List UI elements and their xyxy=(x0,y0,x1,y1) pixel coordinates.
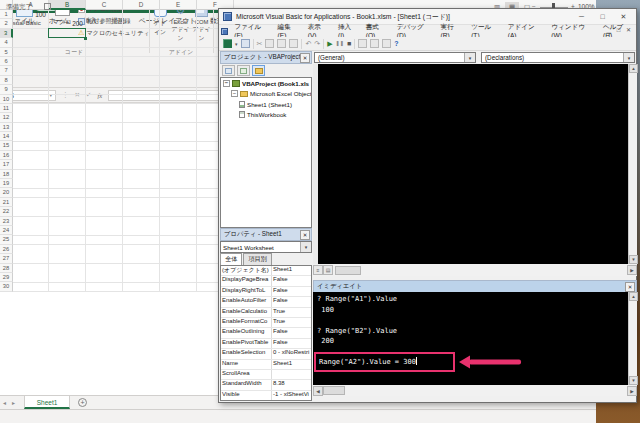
new-sheet-button[interactable]: + xyxy=(78,398,87,407)
property-row[interactable]: EnablePivotTableFalse xyxy=(221,339,311,349)
tree-item-2[interactable]: Sheet1 (Sheet1) xyxy=(221,99,311,110)
find-icon[interactable] xyxy=(289,39,298,48)
vba-redo-icon[interactable]: ↷ xyxy=(314,39,320,48)
imm-scroll-left-icon[interactable]: ◀ xyxy=(313,386,323,396)
immediate-close-icon[interactable]: ✕ xyxy=(625,282,635,292)
row-header-10[interactable]: 10 xyxy=(0,95,13,104)
imm-scroll-up-icon[interactable]: ▲ xyxy=(629,292,638,301)
fill-handle[interactable] xyxy=(84,37,87,40)
tab-categorized[interactable]: 項目別 xyxy=(243,253,272,265)
imm-scroll-down-icon[interactable]: ▼ xyxy=(629,376,638,385)
copy-icon[interactable] xyxy=(265,39,274,48)
tab-alphabetic[interactable]: 全体 xyxy=(220,253,242,265)
property-value[interactable]: False xyxy=(272,339,311,348)
property-row[interactable]: StandardWidth8.38 xyxy=(221,380,311,390)
property-row[interactable]: EnableCalculatioTrue xyxy=(221,308,311,318)
module-view-button[interactable]: ▤ xyxy=(323,265,333,275)
properties-window-icon[interactable] xyxy=(382,39,391,48)
property-value[interactable]: Sheet1 xyxy=(272,266,311,275)
sheet-nav-right-icon[interactable]: ▸ xyxy=(9,399,18,406)
project-close-icon[interactable]: ✕ xyxy=(300,53,310,63)
project-explorer-header[interactable]: プロジェクト - VBAProject ✕ xyxy=(220,51,312,64)
property-row[interactable]: (オブジェクト名)Sheet1 xyxy=(221,266,311,276)
row-header-9[interactable]: 9 xyxy=(0,85,13,94)
vba-save-icon[interactable] xyxy=(241,39,250,48)
immediate-input-line[interactable]: Range("A2").Value = 300 xyxy=(319,357,417,366)
code-hscroll-thumb[interactable] xyxy=(335,266,361,275)
vba-help-icon[interactable]: ? xyxy=(394,40,398,47)
properties-header[interactable]: プロパティ - Sheet1 ✕ xyxy=(220,228,312,241)
code-vscrollbar[interactable]: ▲ ▼ xyxy=(628,64,637,264)
row-header-4[interactable]: 4 xyxy=(0,38,13,47)
row-header-21[interactable]: 21 xyxy=(0,198,13,207)
property-row[interactable]: EnableOutliningFalse xyxy=(221,328,311,338)
row-header-11[interactable]: 11 xyxy=(0,104,13,113)
property-value[interactable]: 0 - xlNoRestri xyxy=(272,349,311,358)
sheet-tab-sheet1[interactable]: Sheet1 xyxy=(24,396,70,409)
property-value[interactable]: True xyxy=(272,318,311,327)
view-excel-icon[interactable] xyxy=(223,39,232,48)
vba-maximize-button[interactable]: □ xyxy=(592,10,613,23)
row-header-20[interactable]: 20 xyxy=(0,188,13,197)
tree-expander-icon[interactable]: − xyxy=(231,90,238,97)
row-header-15[interactable]: 15 xyxy=(0,141,13,150)
row-header-7[interactable]: 7 xyxy=(0,66,13,75)
property-row[interactable]: ScrollArea xyxy=(221,370,311,380)
view-object-button[interactable] xyxy=(237,65,250,76)
row-header-12[interactable]: 12 xyxy=(0,113,13,122)
property-row[interactable]: NameSheet1 xyxy=(221,360,311,370)
property-value[interactable]: False xyxy=(272,297,311,306)
property-value[interactable]: Sheet1 xyxy=(272,360,311,369)
accessibility-icon[interactable] xyxy=(44,3,51,10)
property-row[interactable]: Visible-1 - xlSheetVi xyxy=(221,391,311,401)
project-explorer-icon[interactable] xyxy=(370,39,379,48)
row-header-6[interactable]: 6 xyxy=(0,57,13,66)
properties-object-selector[interactable]: Sheet1 Worksheet ▾ xyxy=(220,241,312,253)
property-value[interactable] xyxy=(272,370,311,379)
column-header-E[interactable]: E xyxy=(160,0,197,10)
row-header-28[interactable]: 28 xyxy=(0,264,13,273)
row-header-17[interactable]: 17 xyxy=(0,160,13,169)
run-icon[interactable]: ▶ xyxy=(327,40,332,48)
cell-area[interactable]: 100200 xyxy=(13,10,234,292)
view-code-button[interactable] xyxy=(222,65,235,76)
imm-hscroll-thumb[interactable] xyxy=(323,386,345,395)
mdi-window-controls[interactable]: ▁ □ ✕ xyxy=(606,26,633,33)
row-header-24[interactable]: 24 xyxy=(0,226,13,235)
column-header-C[interactable]: C xyxy=(86,0,123,10)
row-header-8[interactable]: 8 xyxy=(0,76,13,85)
property-value[interactable]: 8.38 xyxy=(272,380,311,389)
code-scroll-right-icon[interactable]: ▶ xyxy=(627,265,637,275)
property-value[interactable]: False xyxy=(272,287,311,296)
toggle-folders-button[interactable] xyxy=(252,65,265,76)
immediate-vscrollbar[interactable]: ▲ ▼ xyxy=(628,292,637,385)
code-editor[interactable]: ▲ ▼ xyxy=(313,64,637,264)
sheet-nav-left-icon[interactable]: ◂ xyxy=(0,399,9,406)
column-header-D[interactable]: D xyxy=(123,0,160,10)
column-header-B[interactable]: B xyxy=(49,0,86,10)
selected-cell-B3[interactable] xyxy=(48,28,86,39)
scroll-down-icon[interactable]: ▼ xyxy=(629,255,638,264)
row-header-14[interactable]: 14 xyxy=(0,132,13,141)
property-value[interactable]: -1 - xlSheetVi xyxy=(272,391,311,400)
property-row[interactable]: DisplayRightToLFalse xyxy=(221,287,311,297)
paste-icon[interactable] xyxy=(277,39,286,48)
reset-icon[interactable]: ■ xyxy=(347,40,351,47)
tree-expander-icon[interactable]: − xyxy=(223,80,230,87)
property-value[interactable]: False xyxy=(272,328,311,337)
property-row[interactable]: EnableFormatCoTrue xyxy=(221,318,311,328)
properties-close-icon[interactable]: ✕ xyxy=(300,230,310,240)
object-combo[interactable]: (General) ▾ xyxy=(314,52,476,63)
scroll-up-icon[interactable]: ▲ xyxy=(629,64,638,73)
imm-scroll-right-icon[interactable]: ▶ xyxy=(627,386,637,396)
procedure-view-button[interactable]: ≡ xyxy=(313,265,323,275)
property-row[interactable]: EnableAutoFilterFalse xyxy=(221,297,311,307)
vba-undo-icon[interactable]: ↶ xyxy=(305,39,311,48)
row-header-29[interactable]: 29 xyxy=(0,273,13,282)
vba-minimize-button[interactable]: ─ xyxy=(571,10,592,23)
property-value[interactable]: False xyxy=(272,276,311,285)
immediate-window[interactable]: ? Range("A1").Value 100 ? Range("B2").Va… xyxy=(313,292,628,385)
row-header-25[interactable]: 25 xyxy=(0,235,13,244)
immediate-hscrollbar[interactable]: ◀ ▶ xyxy=(313,385,637,396)
row-header-26[interactable]: 26 xyxy=(0,245,13,254)
